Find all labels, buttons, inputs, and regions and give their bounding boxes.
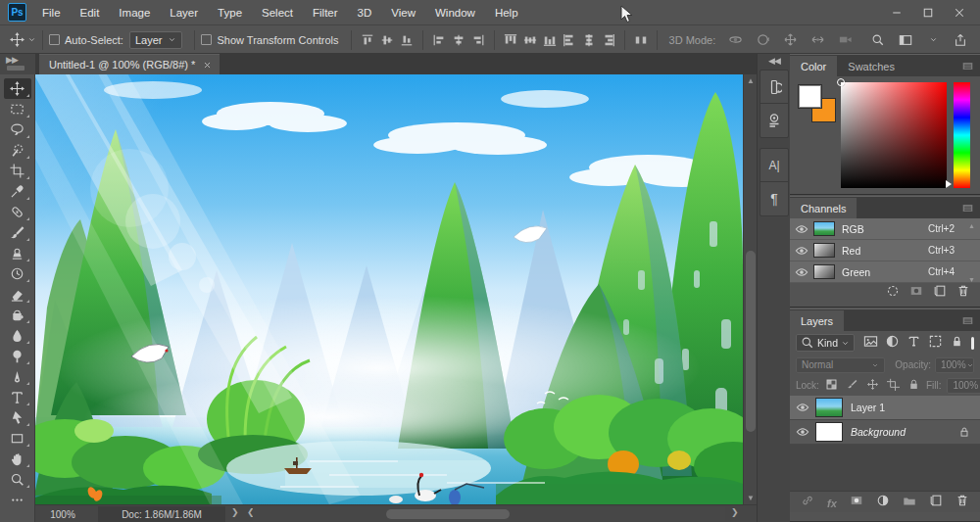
distribute-horizontal-centers-button[interactable] [579, 30, 599, 50]
workspace-switcher-button[interactable] [896, 30, 915, 50]
clone-stamp-tool[interactable] [4, 243, 31, 263]
window-minimize-button[interactable] [884, 3, 909, 23]
align-bottom-edges-button[interactable] [397, 30, 416, 50]
eye-icon[interactable] [790, 425, 815, 439]
close-icon[interactable] [203, 61, 212, 70]
lock-artboard-button[interactable] [887, 378, 900, 393]
align-left-edges-button[interactable] [429, 30, 449, 50]
lasso-tool[interactable] [4, 119, 31, 140]
dolly-3d-icon-button[interactable] [835, 30, 855, 50]
distribute-left-edges-button[interactable] [560, 30, 579, 50]
hand-tool[interactable] [4, 449, 31, 469]
layer-name[interactable]: Background [851, 426, 906, 438]
document-size-info[interactable]: Doc: 1.86M/1.86M [98, 506, 225, 522]
window-maximize-button[interactable] [915, 3, 941, 23]
load-selection-button[interactable] [886, 284, 900, 302]
gradient-tool[interactable] [4, 305, 31, 325]
align-right-edges-button[interactable] [468, 30, 488, 50]
layer-thumbnail[interactable] [815, 422, 843, 442]
tab-layers[interactable]: Layers [790, 310, 844, 331]
menu-image[interactable]: Image [109, 0, 160, 25]
save-selection-button[interactable] [909, 284, 923, 302]
chevron-down-icon[interactable] [27, 35, 36, 44]
distribute-spacing-button[interactable] [631, 30, 651, 50]
distribute-top-edges-button[interactable] [501, 30, 520, 50]
character-panel-button[interactable]: A| [760, 149, 788, 182]
quick-select-tool[interactable] [4, 140, 31, 161]
foreground-color-swatch[interactable] [798, 84, 822, 109]
tab-channels[interactable]: Channels [790, 198, 857, 218]
window-close-button[interactable] [947, 3, 972, 23]
lock-all-button[interactable] [907, 378, 920, 393]
blend-mode-dropdown[interactable]: Normal [796, 357, 885, 373]
zoom-tool[interactable] [4, 469, 31, 490]
expand-panels-icon[interactable]: ◀◀ [758, 56, 791, 66]
lock-paint-button[interactable] [846, 378, 858, 393]
scroll-right-icon[interactable]: ❯ [731, 507, 739, 517]
lock-transparency-button[interactable] [825, 378, 838, 393]
delete-layer-button[interactable] [956, 494, 969, 511]
layer-style-button[interactable]: fx [827, 494, 837, 511]
panel-menu-icon[interactable] [961, 315, 974, 326]
menu-layer[interactable]: Layer [160, 0, 208, 25]
menu-type[interactable]: Type [208, 0, 252, 25]
scroll-down-icon[interactable]: ▼ [968, 276, 975, 283]
lock-position-button[interactable] [866, 378, 879, 393]
layer-group-button[interactable] [903, 494, 916, 511]
menu-help[interactable]: Help [485, 0, 528, 25]
zoom-level-field[interactable]: 100% [41, 505, 84, 522]
align-vertical-centers-button[interactable] [377, 30, 397, 50]
pen-tool[interactable] [4, 366, 31, 387]
adjustment-layer-filter-button[interactable] [885, 334, 900, 353]
slide-3d-icon-button[interactable] [808, 30, 827, 50]
type-layer-filter-button[interactable] [906, 334, 921, 353]
auto-select-checkbox-box[interactable] [49, 34, 60, 45]
canvas-horizontal-scrollbar[interactable] [253, 507, 725, 521]
layer-filter-toggle[interactable] [971, 337, 974, 350]
vertical-scroll-thumb[interactable] [746, 251, 756, 432]
new-layer-button[interactable] [929, 494, 943, 511]
menu-filter[interactable]: Filter [303, 0, 348, 25]
auto-select-checkbox[interactable]: Auto-Select: [49, 34, 123, 46]
distribute-right-edges-button[interactable] [599, 30, 618, 50]
eye-icon[interactable] [790, 244, 813, 258]
rectangle-tool[interactable] [4, 428, 31, 449]
scroll-up-icon[interactable]: ▲ [744, 76, 758, 85]
horizontal-scroll-thumb[interactable] [386, 509, 510, 519]
crop-tool[interactable] [4, 161, 31, 181]
fill-value-dropdown[interactable]: 100% [947, 378, 980, 394]
move-tool[interactable] [4, 78, 31, 99]
orbit-3d-icon-button[interactable] [725, 30, 745, 50]
dodge-tool[interactable] [4, 346, 31, 366]
canvas-image[interactable] [35, 74, 743, 504]
menu-window[interactable]: Window [425, 0, 485, 25]
share-button[interactable] [951, 30, 970, 50]
paragraph-panel-button[interactable]: ¶ [760, 182, 788, 215]
healing-brush-tool[interactable] [4, 202, 31, 222]
status-expand-icon[interactable]: ❯ [231, 507, 239, 517]
eyedropper-tool[interactable] [4, 181, 31, 202]
shape-layer-filter-button[interactable] [928, 334, 943, 353]
channel-row[interactable]: Green Ctrl+4 [790, 261, 980, 283]
opacity-value-dropdown[interactable]: 100% [935, 357, 974, 373]
align-top-edges-button[interactable] [358, 30, 377, 50]
align-horizontal-centers-button[interactable] [449, 30, 468, 50]
show-transform-checkbox[interactable]: Show Transform Controls [201, 34, 338, 46]
eye-icon[interactable] [790, 222, 813, 236]
history-panel-button[interactable] [760, 71, 788, 104]
smart-object-filter-button[interactable] [950, 334, 964, 353]
eye-icon[interactable] [790, 265, 813, 279]
pixel-layer-filter-button[interactable] [863, 334, 878, 353]
channel-row[interactable]: RGB Ctrl+2 [790, 218, 980, 240]
eye-icon[interactable] [790, 401, 815, 414]
type-tool[interactable] [4, 387, 31, 407]
panel-menu-icon[interactable] [961, 61, 974, 71]
canvas-vertical-scrollbar[interactable]: ▲ ▼ [743, 74, 757, 504]
layer-mask-button[interactable] [850, 494, 863, 511]
color-picker-marker[interactable] [837, 78, 845, 86]
menu-view[interactable]: View [381, 0, 425, 25]
path-select-tool[interactable] [4, 407, 31, 428]
scroll-down-icon[interactable]: ▼ [744, 494, 758, 502]
scroll-up-icon[interactable]: ▲ [968, 222, 975, 229]
menu-select[interactable]: Select [252, 0, 303, 25]
